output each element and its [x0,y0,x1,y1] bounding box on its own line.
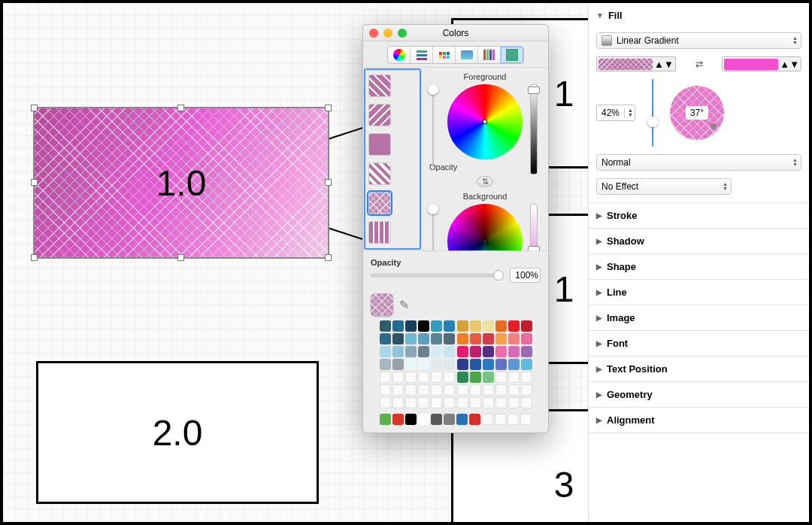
mode-wheel-button[interactable] [388,47,411,63]
palette-cell[interactable] [483,359,494,370]
palette-cell[interactable] [431,320,442,332]
palette-cell[interactable] [418,414,429,425]
palette-cell[interactable] [405,372,417,383]
resize-handle-ne[interactable] [325,105,332,111]
palette-cell[interactable] [521,397,532,408]
section-header-shadow[interactable]: ▶Shadow [589,229,809,253]
palette-cell[interactable] [495,333,507,344]
section-header-line[interactable]: ▶Line [589,280,809,305]
canvas-shape-1-selected[interactable]: 1.0 [33,107,329,259]
palette-cell[interactable] [380,414,391,425]
section-header-text-position[interactable]: ▶Text Position [589,357,809,381]
palette-grid-right[interactable] [457,320,532,408]
palette-cell[interactable] [380,346,391,357]
resize-handle-sw[interactable] [31,254,38,261]
palette-cell[interactable] [418,372,429,383]
resize-handle-w[interactable] [31,179,38,186]
palette-cell[interactable] [457,333,468,344]
bg-opacity-slider[interactable] [428,204,438,250]
mode-pencils-button[interactable] [478,47,501,63]
fg-brightness-bar[interactable] [530,84,538,174]
palette-cell[interactable] [508,384,520,396]
palette-cell[interactable] [457,372,468,383]
palette-cell[interactable] [392,397,404,408]
pattern-swatch[interactable] [368,162,391,185]
palette-cell[interactable] [380,384,391,396]
mode-sliders-button[interactable] [411,47,433,63]
palette-cell[interactable] [495,384,507,396]
wheel-cursor[interactable] [483,239,487,244]
eyedropper-icon[interactable]: ✎ [399,298,409,312]
gradient-color-a-well[interactable]: ▲▼ [596,56,676,71]
palette-cell[interactable] [431,397,442,408]
palette-cell[interactable] [431,359,442,370]
palette-cell[interactable] [392,414,404,425]
gradient-color-b-well[interactable]: ▲▼ [722,56,801,71]
window-titlebar[interactable]: Colors [363,25,548,41]
midpoint-slider[interactable] [647,79,658,147]
current-color-swatch[interactable] [371,293,393,316]
pattern-swatch[interactable] [368,74,391,97]
palette-cell[interactable] [483,397,494,408]
background-color-wheel[interactable] [447,204,523,250]
foreground-color-wheel[interactable] [447,84,523,159]
palette-cell[interactable] [392,346,404,357]
palette-cell[interactable] [482,414,493,425]
palette-cell[interactable] [495,414,506,425]
resize-handle-n[interactable] [177,105,184,111]
palette-cell[interactable] [418,397,429,408]
section-header-font[interactable]: ▶Font [589,331,809,356]
palette-cell[interactable] [457,384,468,396]
palette-cell[interactable] [392,359,404,370]
palette-grid-left[interactable] [380,320,455,408]
palette-cell[interactable] [483,320,494,332]
link-fg-bg-button[interactable]: ⇅ [477,176,493,187]
palette-cell[interactable] [418,320,429,332]
palette-cell[interactable] [392,384,404,396]
palette-cell[interactable] [405,414,417,425]
palette-cell[interactable] [483,346,494,357]
palette-cell[interactable] [508,372,520,383]
palette-cell[interactable] [495,372,507,383]
palette-cell[interactable] [508,397,520,408]
palette-cell[interactable] [431,384,442,396]
palette-cell[interactable] [457,320,468,332]
palette-cell[interactable] [457,397,468,408]
pattern-swatch[interactable] [368,133,391,156]
palette-cell[interactable] [431,346,442,357]
bg-brightness-bar[interactable] [530,204,538,250]
palette-cell[interactable] [521,346,532,357]
palette-cell[interactable] [520,414,532,425]
mode-pattern-button[interactable] [501,47,523,63]
palette-cell[interactable] [470,320,481,332]
swap-colors-button[interactable]: ⇄ [691,57,707,71]
stop-position-stepper[interactable]: 42% ▲▼ [596,105,635,121]
palette-cell[interactable] [444,397,455,408]
palette-cell[interactable] [508,359,520,370]
palette-cell[interactable] [444,414,455,425]
mode-image-button[interactable] [456,47,478,63]
palette-cell[interactable] [418,384,429,396]
palette-cell[interactable] [405,384,417,396]
palette-cell[interactable] [444,320,455,332]
palette-cell[interactable] [521,384,532,396]
blend-mode-select[interactable]: Normal ▲▼ [596,154,801,171]
palette-cell[interactable] [405,346,417,357]
fg-opacity-slider[interactable] [428,84,438,167]
pattern-swatch[interactable] [368,221,391,244]
palette-cell[interactable] [405,397,417,408]
palette-cell[interactable] [392,372,404,383]
mode-palettes-button[interactable] [433,47,456,63]
palette-cell[interactable] [470,397,481,408]
section-header-shape[interactable]: ▶Shape [589,254,809,279]
palette-cell[interactable] [483,372,494,383]
opacity-slider[interactable] [371,273,504,278]
palette-cell[interactable] [495,359,507,370]
palette-cell[interactable] [380,372,391,383]
palette-cell[interactable] [405,333,417,344]
palette-cell[interactable] [495,320,507,332]
minimize-button[interactable] [383,29,392,38]
palette-cell[interactable] [457,359,468,370]
section-header-alignment[interactable]: ▶Alignment [589,408,809,432]
palette-cell[interactable] [470,359,481,370]
